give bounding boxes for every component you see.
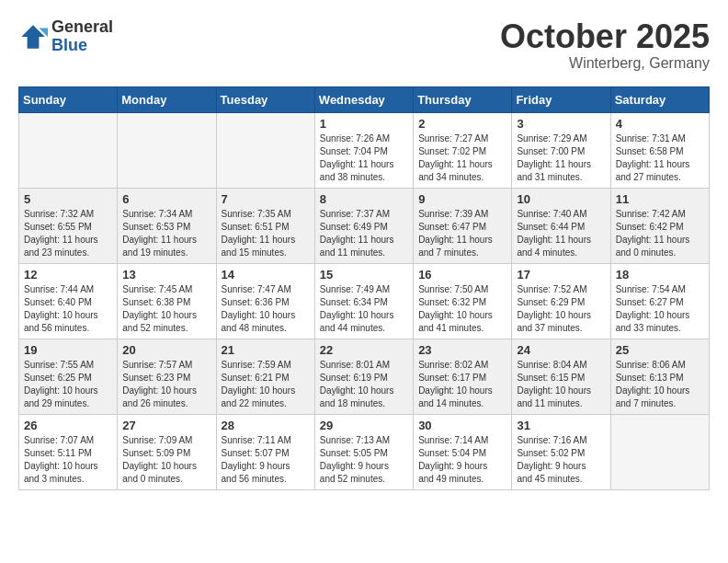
logo-icon [18, 22, 48, 52]
day-number: 6 [122, 192, 210, 206]
day-number: 22 [320, 343, 408, 357]
day-number: 15 [320, 268, 408, 282]
calendar-week-row: 19Sunrise: 7:55 AM Sunset: 6:25 PM Dayli… [19, 339, 710, 414]
day-info: Sunrise: 7:40 AM Sunset: 6:44 PM Dayligh… [517, 208, 605, 259]
day-info: Sunrise: 7:42 AM Sunset: 6:42 PM Dayligh… [616, 208, 704, 259]
day-info: Sunrise: 7:32 AM Sunset: 6:55 PM Dayligh… [24, 208, 112, 259]
day-number: 12 [24, 268, 112, 282]
calendar-cell: 8Sunrise: 7:37 AM Sunset: 6:49 PM Daylig… [314, 188, 413, 263]
day-number: 27 [122, 419, 210, 432]
day-info: Sunrise: 7:26 AM Sunset: 7:04 PM Dayligh… [320, 132, 408, 184]
logo-blue: Blue [51, 37, 113, 55]
calendar-cell: 5Sunrise: 7:32 AM Sunset: 6:55 PM Daylig… [19, 188, 118, 263]
day-number: 5 [24, 192, 112, 206]
day-info: Sunrise: 7:37 AM Sunset: 6:49 PM Dayligh… [320, 208, 408, 259]
calendar-cell: 31Sunrise: 7:16 AM Sunset: 5:02 PM Dayli… [512, 414, 610, 489]
weekday-header: Saturday [610, 86, 709, 112]
weekday-header: Wednesday [314, 86, 413, 112]
calendar-cell: 9Sunrise: 7:39 AM Sunset: 6:47 PM Daylig… [414, 188, 512, 263]
day-info: Sunrise: 7:09 AM Sunset: 5:09 PM Dayligh… [122, 434, 210, 486]
calendar-cell: 2Sunrise: 7:27 AM Sunset: 7:02 PM Daylig… [414, 112, 512, 188]
calendar-week-row: 12Sunrise: 7:44 AM Sunset: 6:40 PM Dayli… [19, 263, 710, 339]
day-info: Sunrise: 7:29 AM Sunset: 7:00 PM Dayligh… [517, 132, 605, 184]
calendar-cell: 27Sunrise: 7:09 AM Sunset: 5:09 PM Dayli… [118, 414, 216, 489]
calendar-cell: 30Sunrise: 7:14 AM Sunset: 5:04 PM Dayli… [414, 414, 512, 489]
calendar-cell: 24Sunrise: 8:04 AM Sunset: 6:15 PM Dayli… [512, 339, 610, 414]
day-number: 7 [222, 192, 310, 206]
day-info: Sunrise: 7:14 AM Sunset: 5:04 PM Dayligh… [418, 434, 506, 486]
calendar-cell [216, 112, 314, 188]
day-number: 10 [517, 192, 605, 206]
weekday-header: Sunday [19, 86, 118, 112]
calendar-cell: 15Sunrise: 7:49 AM Sunset: 6:34 PM Dayli… [314, 263, 413, 339]
logo-general: General [51, 18, 113, 37]
title-area: October 2025 Winterberg, Germany [500, 18, 710, 72]
day-info: Sunrise: 7:54 AM Sunset: 6:27 PM Dayligh… [616, 283, 704, 335]
calendar-cell: 28Sunrise: 7:11 AM Sunset: 5:07 PM Dayli… [216, 414, 314, 489]
calendar-cell [610, 414, 709, 489]
calendar-cell: 7Sunrise: 7:35 AM Sunset: 6:51 PM Daylig… [216, 188, 314, 263]
calendar-cell: 4Sunrise: 7:31 AM Sunset: 6:58 PM Daylig… [610, 112, 709, 188]
day-info: Sunrise: 7:34 AM Sunset: 6:53 PM Dayligh… [122, 208, 210, 259]
day-info: Sunrise: 7:44 AM Sunset: 6:40 PM Dayligh… [24, 283, 112, 335]
calendar-cell [118, 112, 216, 188]
calendar-cell: 17Sunrise: 7:52 AM Sunset: 6:29 PM Dayli… [512, 263, 610, 339]
calendar-cell: 3Sunrise: 7:29 AM Sunset: 7:00 PM Daylig… [512, 112, 610, 188]
calendar-week-row: 5Sunrise: 7:32 AM Sunset: 6:55 PM Daylig… [19, 188, 710, 263]
calendar-cell: 6Sunrise: 7:34 AM Sunset: 6:53 PM Daylig… [118, 188, 216, 263]
day-number: 31 [517, 419, 605, 432]
calendar-week-row: 1Sunrise: 7:26 AM Sunset: 7:04 PM Daylig… [19, 112, 710, 188]
day-number: 13 [122, 268, 210, 282]
calendar-table: SundayMondayTuesdayWednesdayThursdayFrid… [18, 86, 710, 490]
calendar-cell: 29Sunrise: 7:13 AM Sunset: 5:05 PM Dayli… [314, 414, 413, 489]
day-info: Sunrise: 7:49 AM Sunset: 6:34 PM Dayligh… [320, 283, 408, 335]
weekday-header: Tuesday [216, 86, 314, 112]
day-number: 24 [517, 343, 605, 357]
location-subtitle: Winterberg, Germany [500, 55, 710, 72]
day-number: 21 [222, 343, 310, 357]
calendar-cell: 11Sunrise: 7:42 AM Sunset: 6:42 PM Dayli… [610, 188, 709, 263]
page-header: General Blue October 2025 Winterberg, Ge… [18, 18, 710, 72]
calendar-cell: 12Sunrise: 7:44 AM Sunset: 6:40 PM Dayli… [19, 263, 118, 339]
calendar-cell: 14Sunrise: 7:47 AM Sunset: 6:36 PM Dayli… [216, 263, 314, 339]
day-number: 19 [24, 343, 112, 357]
day-info: Sunrise: 7:45 AM Sunset: 6:38 PM Dayligh… [122, 283, 210, 335]
day-info: Sunrise: 7:52 AM Sunset: 6:29 PM Dayligh… [517, 283, 605, 335]
day-number: 4 [616, 117, 704, 131]
calendar-cell: 26Sunrise: 7:07 AM Sunset: 5:11 PM Dayli… [19, 414, 118, 489]
day-info: Sunrise: 7:16 AM Sunset: 5:02 PM Dayligh… [517, 434, 605, 486]
day-info: Sunrise: 7:39 AM Sunset: 6:47 PM Dayligh… [418, 208, 506, 259]
day-number: 1 [320, 117, 408, 131]
logo: General Blue [18, 18, 113, 55]
day-number: 17 [517, 268, 605, 282]
calendar-cell: 20Sunrise: 7:57 AM Sunset: 6:23 PM Dayli… [118, 339, 216, 414]
calendar-cell: 18Sunrise: 7:54 AM Sunset: 6:27 PM Dayli… [610, 263, 709, 339]
day-info: Sunrise: 7:47 AM Sunset: 6:36 PM Dayligh… [222, 283, 310, 335]
day-info: Sunrise: 7:57 AM Sunset: 6:23 PM Dayligh… [122, 359, 210, 410]
calendar-cell: 19Sunrise: 7:55 AM Sunset: 6:25 PM Dayli… [19, 339, 118, 414]
day-info: Sunrise: 7:31 AM Sunset: 6:58 PM Dayligh… [616, 132, 704, 184]
day-number: 18 [616, 268, 704, 282]
day-number: 3 [517, 117, 605, 131]
day-info: Sunrise: 8:04 AM Sunset: 6:15 PM Dayligh… [517, 359, 605, 410]
day-info: Sunrise: 8:06 AM Sunset: 6:13 PM Dayligh… [616, 359, 704, 410]
month-title: October 2025 [500, 18, 710, 55]
day-number: 20 [122, 343, 210, 357]
calendar-cell: 13Sunrise: 7:45 AM Sunset: 6:38 PM Dayli… [118, 263, 216, 339]
weekday-header: Friday [512, 86, 610, 112]
day-number: 8 [320, 192, 408, 206]
day-number: 29 [320, 419, 408, 432]
calendar-cell: 1Sunrise: 7:26 AM Sunset: 7:04 PM Daylig… [314, 112, 413, 188]
day-info: Sunrise: 7:35 AM Sunset: 6:51 PM Dayligh… [222, 208, 310, 259]
calendar-cell: 21Sunrise: 7:59 AM Sunset: 6:21 PM Dayli… [216, 339, 314, 414]
weekday-header: Monday [118, 86, 216, 112]
day-number: 23 [418, 343, 506, 357]
calendar-week-row: 26Sunrise: 7:07 AM Sunset: 5:11 PM Dayli… [19, 414, 710, 489]
logo-text: General Blue [51, 18, 113, 55]
weekday-header: Thursday [414, 86, 512, 112]
day-info: Sunrise: 8:02 AM Sunset: 6:17 PM Dayligh… [418, 359, 506, 410]
day-number: 9 [418, 192, 506, 206]
day-number: 25 [616, 343, 704, 357]
day-info: Sunrise: 7:55 AM Sunset: 6:25 PM Dayligh… [24, 359, 112, 410]
calendar-cell: 25Sunrise: 8:06 AM Sunset: 6:13 PM Dayli… [610, 339, 709, 414]
